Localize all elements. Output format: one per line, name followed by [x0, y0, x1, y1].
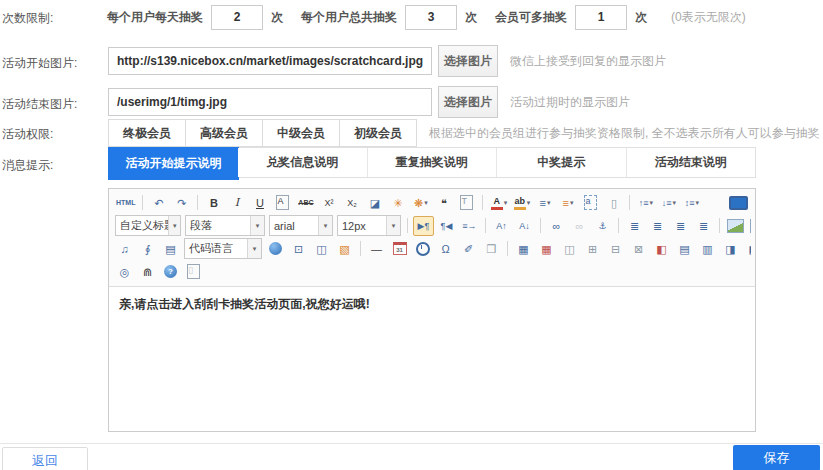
start-image-url-input[interactable] — [108, 47, 432, 75]
help-icon[interactable]: ? — [160, 262, 181, 282]
template-icon[interactable]: ▧ — [334, 239, 355, 259]
blockquote-icon[interactable]: ❝ — [433, 193, 454, 213]
toolbar-separator — [507, 241, 508, 256]
font-size-down-icon[interactable]: A↓ — [514, 216, 535, 236]
time-icon[interactable] — [412, 239, 433, 259]
eraser-icon[interactable]: ◪ — [364, 193, 385, 213]
code-language-select[interactable]: 代码语言▾ — [184, 238, 262, 259]
total-draw-count-input[interactable] — [405, 5, 457, 30]
music-icon[interactable]: ♫ — [114, 239, 135, 259]
anchor-a-icon[interactable]: a — [580, 193, 601, 213]
fullscreen-icon[interactable] — [727, 193, 750, 213]
merge-right-icon[interactable]: ◨ — [720, 239, 741, 259]
end-image-pick-button[interactable]: 选择图片 — [438, 86, 498, 118]
align-right-icon[interactable]: ≣ — [670, 216, 691, 236]
unlink-icon[interactable]: ∞ — [569, 216, 590, 236]
italic-icon[interactable]: I — [226, 193, 247, 213]
superscript-icon[interactable]: X² — [318, 193, 339, 213]
paragraph-select[interactable]: 段落▾ — [185, 215, 265, 236]
daily-draw-count-input[interactable] — [211, 5, 263, 30]
source-icon[interactable]: HTML — [114, 193, 137, 213]
underline-icon[interactable]: U — [249, 193, 270, 213]
align-justify-icon[interactable]: ≣ — [693, 216, 714, 236]
editor-content[interactable]: 亲,请点击进入刮刮卡抽奖活动页面,祝您好运哦! — [109, 287, 755, 431]
insert-row-icon[interactable]: ⊟ — [605, 239, 626, 259]
member-extra-draw-input[interactable] — [575, 5, 627, 30]
word-image-icon[interactable]: ✐ — [458, 239, 479, 259]
subscript-icon[interactable]: X₂ — [341, 193, 362, 213]
font-size-down-icon-glyph: A↓ — [519, 217, 530, 235]
link-icon[interactable]: ∞ — [546, 216, 567, 236]
clear-format-icon[interactable]: ✳ — [387, 193, 408, 213]
member-senior[interactable]: 高级会员 — [185, 119, 263, 147]
find-replace-icon[interactable]: ⋒ — [137, 262, 158, 282]
member-ultimate[interactable]: 终极会员 — [108, 119, 186, 147]
highlight-color-icon[interactable]: ab▾ — [511, 193, 532, 213]
special-char-icon[interactable]: Ω — [435, 239, 456, 259]
merge-down-icon[interactable]: ◩ — [743, 239, 751, 259]
insert-table-icon[interactable]: ▦ — [513, 239, 534, 259]
unordered-list-icon[interactable]: ≡▾ — [557, 193, 578, 213]
start-image-pick-button[interactable]: 选择图片 — [438, 45, 498, 77]
formula-icon[interactable]: ❒ — [481, 239, 502, 259]
font-family-select[interactable]: arial▾ — [269, 215, 333, 236]
start-image-hint: 微信上接受到回复的显示图片 — [510, 53, 666, 70]
undo-icon[interactable]: ↶ — [148, 193, 169, 213]
delete-col-icon[interactable]: ▥ — [697, 239, 718, 259]
margin-top-icon[interactable]: ↑≡▾ — [635, 193, 656, 213]
insert-frame-icon[interactable]: ▤ — [160, 239, 181, 259]
font-size-up-icon[interactable]: A↑ — [491, 216, 512, 236]
attachment-icon[interactable]: ∮ — [137, 239, 158, 259]
anchor-icon[interactable]: ⚓ — [592, 216, 613, 236]
blank-page-icon[interactable]: ▯ — [603, 193, 624, 213]
margin-bottom-icon[interactable]: ↓≡▾ — [658, 193, 679, 213]
member-junior[interactable]: 初级会员 — [339, 119, 417, 147]
line-height-icon[interactable]: ↕≡▾ — [681, 193, 702, 213]
insert-col-icon[interactable]: ⊠ — [628, 239, 649, 259]
tab-redeem-info[interactable]: 兑奖信息说明 — [238, 148, 367, 177]
tab-activity-end[interactable]: 活动结束说明 — [627, 148, 755, 177]
ordered-list-icon[interactable]: ≡▾ — [534, 193, 555, 213]
font-color-icon[interactable]: A▾ — [488, 193, 509, 213]
redo-icon[interactable]: ↷ — [171, 193, 192, 213]
paste-as-text-icon[interactable]: T — [456, 193, 477, 213]
rtl-icon[interactable]: ¶◀ — [436, 216, 457, 236]
toolbar-separator — [540, 218, 541, 233]
rich-text-editor: HTML↶↷BIUAABCX²X₂◪✳❋▾❝TA▾ab▾≡▾≡▾a▯↑≡▾↓≡▾… — [108, 188, 756, 432]
back-button[interactable]: 返回 — [2, 447, 88, 470]
merge-cells-icon[interactable]: ⊞ — [582, 239, 603, 259]
columns-icon[interactable]: ◫ — [311, 239, 332, 259]
delete-table-icon[interactable]: ▦ — [536, 239, 557, 259]
member-middle[interactable]: 中级会员 — [262, 119, 340, 147]
snapshot-icon[interactable]: ⊡ — [288, 239, 309, 259]
toolbar-row: 自定义标题▾段落▾arial▾12px▾▶¶¶◀≡→A↑A↓∞∞⚓≣≣≣≣☺❀ — [113, 214, 751, 237]
subscript-icon-glyph: X₂ — [347, 194, 357, 212]
preview-icon[interactable]: ◎ — [114, 262, 135, 282]
save-button[interactable]: 保存 — [733, 445, 820, 470]
horizontal-rule-icon[interactable]: — — [366, 239, 387, 259]
align-center-icon[interactable]: ≣ — [647, 216, 668, 236]
font-size-select[interactable]: 12px▾ — [337, 215, 401, 236]
word-image-icon-glyph: ✐ — [464, 240, 473, 258]
image-manager-icon[interactable] — [748, 216, 751, 236]
bold-icon[interactable]: B — [203, 193, 224, 213]
tab-activity-start-tip[interactable]: 活动开始提示说明 — [108, 147, 239, 180]
table-title-icon[interactable]: ◫ — [559, 239, 580, 259]
custom-title-select[interactable]: 自定义标题▾ — [115, 215, 181, 236]
char-border-icon[interactable]: A — [272, 193, 293, 213]
ltr-icon[interactable]: ▶¶ — [413, 216, 434, 236]
insert-image-icon[interactable] — [725, 216, 746, 236]
align-left-icon[interactable]: ≣ — [624, 216, 645, 236]
end-image-url-input[interactable] — [108, 88, 432, 116]
superscript-icon-glyph: X² — [324, 194, 333, 212]
tab-win-tip[interactable]: 中奖提示 — [497, 148, 626, 177]
split-cell-icon[interactable]: ◧ — [651, 239, 672, 259]
insert-code-icon[interactable] — [265, 239, 286, 259]
strikethrough-icon[interactable]: ABC — [295, 193, 316, 213]
delete-row-icon[interactable]: ▤ — [674, 239, 695, 259]
date-icon[interactable]: 31 — [389, 239, 410, 259]
paste-icon[interactable]: ▯ — [183, 262, 204, 282]
tab-repeat-draw[interactable]: 重复抽奖说明 — [368, 148, 497, 177]
spray-color-icon[interactable]: ❋▾ — [410, 193, 431, 213]
indent-icon[interactable]: ≡→ — [459, 216, 480, 236]
